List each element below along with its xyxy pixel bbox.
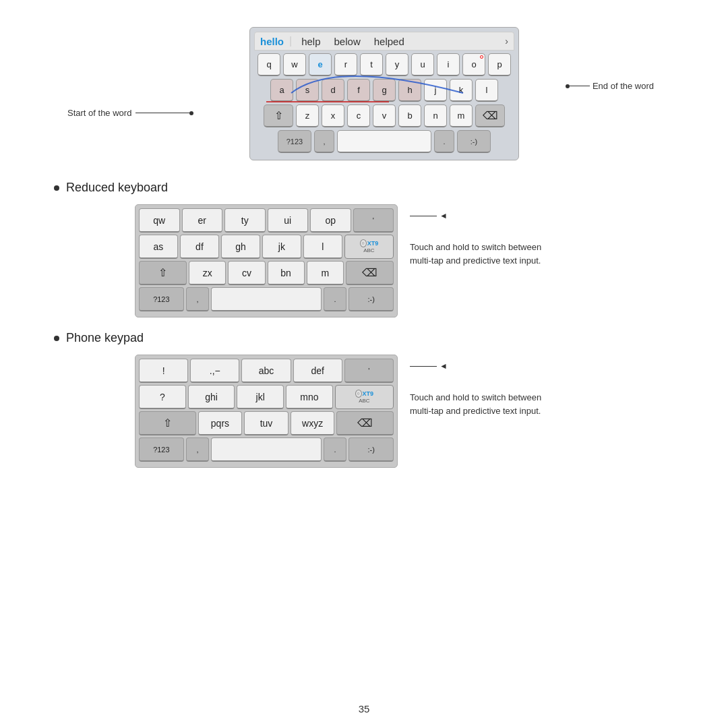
key-period[interactable]: . bbox=[434, 130, 454, 153]
key-j[interactable]: j bbox=[424, 79, 447, 102]
rkey-space[interactable] bbox=[211, 287, 322, 311]
pkey-excl[interactable]: ! bbox=[139, 359, 188, 383]
rkey-apostrophe[interactable]: ' bbox=[353, 208, 394, 233]
rkey-num[interactable]: ?123 bbox=[139, 287, 184, 311]
rkey-shift[interactable]: ⇧ bbox=[139, 261, 187, 285]
page-number: 35 bbox=[359, 703, 370, 715]
key-e[interactable]: e bbox=[309, 53, 332, 76]
pkey-xt9[interactable]: ○ XT9 ABC bbox=[335, 385, 394, 409]
rkey-m[interactable]: m bbox=[307, 261, 344, 285]
pkey-pqrs[interactable]: pqrs bbox=[198, 411, 243, 435]
key-u[interactable]: u bbox=[411, 53, 434, 76]
key-h[interactable]: h bbox=[398, 79, 421, 102]
phone-keypad-note-area: ◄ Touch and hold to switch between multi… bbox=[410, 361, 545, 417]
key-m[interactable]: m bbox=[450, 104, 473, 127]
key-n[interactable]: n bbox=[424, 104, 447, 127]
key-p[interactable]: p bbox=[488, 53, 511, 76]
key-d[interactable]: d bbox=[322, 79, 344, 102]
pkey-ghi[interactable]: ghi bbox=[188, 385, 235, 409]
rkey-er[interactable]: er bbox=[182, 208, 223, 233]
key-backspace[interactable]: ⌫ bbox=[475, 104, 505, 127]
key-b[interactable]: b bbox=[398, 104, 421, 127]
suggestion-bar: hello | help below helped › bbox=[254, 32, 514, 51]
key-v[interactable]: v bbox=[373, 104, 396, 127]
note-arrow-text: ◄ bbox=[439, 211, 448, 220]
rkey-period2[interactable]: . bbox=[324, 287, 346, 311]
pkey-smiley[interactable]: :-) bbox=[348, 437, 394, 462]
pkey-punct[interactable]: .,− bbox=[190, 359, 239, 383]
pkey-mno[interactable]: mno bbox=[286, 385, 333, 409]
key-y[interactable]: y bbox=[386, 53, 408, 76]
reduced-keyboard: qw er ty ui op ' as df gh jk l bbox=[135, 204, 398, 317]
rkey-comma2[interactable]: , bbox=[186, 287, 209, 311]
key-l[interactable]: l bbox=[475, 79, 498, 102]
rkey-cv[interactable]: cv bbox=[228, 261, 265, 285]
pkey-period[interactable]: . bbox=[324, 437, 346, 462]
pkey-shift[interactable]: ⇧ bbox=[139, 411, 196, 435]
rkey-bn[interactable]: bn bbox=[268, 261, 305, 285]
key-smiley[interactable]: :-) bbox=[457, 130, 491, 153]
pkey-jkl[interactable]: jkl bbox=[237, 385, 284, 409]
rkey-zx[interactable]: zx bbox=[189, 261, 226, 285]
pkey-xt9-top: XT9 bbox=[363, 390, 374, 398]
rkey-row-2: as df gh jk l ○ XT9 ABC bbox=[139, 235, 394, 259]
rkey-ui[interactable]: ui bbox=[268, 208, 309, 233]
phone-keypad-text: Phone keypad bbox=[66, 331, 144, 345]
key-f[interactable]: f bbox=[347, 79, 370, 102]
key-i[interactable]: i bbox=[437, 53, 460, 76]
rkey-smiley2[interactable]: :-) bbox=[348, 287, 394, 311]
rkey-l[interactable]: l bbox=[303, 235, 342, 259]
suggestion-helped[interactable]: helped bbox=[370, 36, 408, 47]
note-arrow-line: ◄ bbox=[410, 211, 545, 220]
key-o[interactable]: o bbox=[462, 53, 485, 76]
bullet-dot-phone bbox=[54, 336, 59, 341]
rkey-ty[interactable]: ty bbox=[224, 208, 266, 233]
pkey-num[interactable]: ?123 bbox=[139, 437, 184, 462]
rkey-xt9[interactable]: ○ XT9 ABC bbox=[344, 235, 394, 259]
bullet-dot-reduced bbox=[54, 185, 59, 191]
key-w[interactable]: w bbox=[283, 53, 306, 76]
suggestion-arrow[interactable]: › bbox=[505, 36, 508, 47]
start-of-word-label: Start of the word bbox=[67, 108, 131, 118]
reduced-keyboard-note-area: ◄ Touch and hold to switch between multi… bbox=[410, 211, 545, 267]
pkey-quest[interactable]: ? bbox=[139, 385, 186, 409]
pkey-tuv[interactable]: tuv bbox=[244, 411, 289, 435]
rkey-op[interactable]: op bbox=[310, 208, 351, 233]
key-shift[interactable]: ⇧ bbox=[264, 104, 293, 127]
pkey-abc[interactable]: abc bbox=[241, 359, 291, 383]
suggestion-hello[interactable]: hello bbox=[260, 36, 284, 47]
keyboard-row-2: a s d f g h j k l bbox=[254, 79, 514, 102]
key-r[interactable]: r bbox=[334, 53, 357, 76]
key-space[interactable] bbox=[337, 130, 431, 153]
key-c[interactable]: c bbox=[347, 104, 370, 127]
key-g[interactable]: g bbox=[373, 79, 396, 102]
key-s[interactable]: s bbox=[296, 79, 319, 102]
rkey-qw[interactable]: qw bbox=[139, 208, 180, 233]
key-k[interactable]: k bbox=[450, 79, 473, 102]
top-qwerty-keyboard: hello | help below helped › q w e r t y … bbox=[249, 27, 519, 160]
rkey-df[interactable]: df bbox=[180, 235, 219, 259]
key-z[interactable]: z bbox=[296, 104, 319, 127]
key-comma[interactable]: , bbox=[314, 130, 334, 153]
suggestion-below[interactable]: below bbox=[330, 36, 365, 47]
pkey-def[interactable]: def bbox=[293, 359, 342, 383]
pkey-backspace[interactable]: ⌫ bbox=[336, 411, 394, 435]
pkey-space[interactable] bbox=[211, 437, 322, 462]
pkey-wxyz[interactable]: wxyz bbox=[291, 411, 335, 435]
reduced-keyboard-label: Reduced keyboard bbox=[54, 181, 728, 195]
pkey-comma[interactable]: , bbox=[186, 437, 209, 462]
rkey-gh[interactable]: gh bbox=[221, 235, 260, 259]
suggestion-help[interactable]: help bbox=[297, 36, 324, 47]
rkey-as[interactable]: as bbox=[139, 235, 178, 259]
phone-keypad-note: Touch and hold to switch between multi-t… bbox=[410, 391, 545, 417]
end-of-word-label: End of the word bbox=[593, 81, 654, 91]
key-q[interactable]: q bbox=[257, 53, 280, 76]
rkey-backspace[interactable]: ⌫ bbox=[346, 261, 394, 285]
rkey-jk[interactable]: jk bbox=[262, 235, 301, 259]
key-x[interactable]: x bbox=[322, 104, 344, 127]
key-a[interactable]: a bbox=[270, 79, 293, 102]
key-num[interactable]: ?123 bbox=[278, 130, 311, 153]
pkey-apos[interactable]: ' bbox=[344, 359, 394, 383]
pkey-row-4: ?123 , . :-) bbox=[139, 437, 394, 462]
key-t[interactable]: t bbox=[360, 53, 383, 76]
